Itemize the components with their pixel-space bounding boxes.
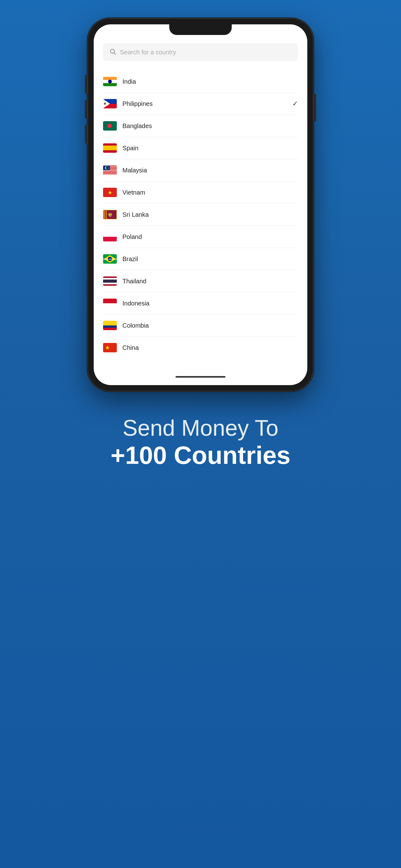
list-item[interactable]: Spain (103, 137, 298, 159)
list-item[interactable]: Banglades (103, 115, 298, 137)
list-item[interactable]: Poland (103, 226, 298, 248)
country-name: Sri Lanka (122, 211, 298, 218)
svg-rect-29 (103, 210, 105, 219)
list-item[interactable]: Indonesia (103, 292, 298, 314)
svg-text:🦁: 🦁 (107, 212, 113, 218)
bottom-section: Send Money To +100 Countries (86, 416, 315, 470)
svg-point-7 (104, 103, 106, 105)
flag-china (103, 343, 117, 352)
svg-rect-20 (103, 172, 117, 173)
screen-content: Search for a country India (94, 24, 307, 371)
svg-point-26 (106, 167, 109, 169)
svg-rect-21 (103, 173, 117, 174)
flag-bangladesh (103, 121, 117, 130)
country-name: Brazil (122, 255, 298, 263)
flag-indonesia (103, 299, 117, 308)
list-item[interactable]: ORDEM E PROGRESSO Brazil (103, 248, 298, 270)
countries-line: +100 Countries (111, 440, 290, 470)
svg-rect-22 (103, 174, 117, 174)
checkmark-icon: ✓ (292, 100, 298, 108)
search-bar[interactable]: Search for a country (103, 43, 298, 61)
list-item[interactable]: Colombia (103, 314, 298, 337)
svg-text:ORDEM E PROGRESSO: ORDEM E PROGRESSO (103, 258, 117, 260)
flag-colombia (103, 321, 117, 330)
phone-frame: Search for a country India (88, 19, 313, 391)
phone-screen: Search for a country India (94, 24, 307, 385)
country-name: Spain (122, 145, 298, 152)
country-name: China (122, 344, 298, 351)
home-indicator (94, 371, 307, 385)
list-item[interactable]: Philippines ✓ (103, 93, 298, 115)
country-name: Malaysia (122, 167, 298, 174)
list-item[interactable]: Thailand (103, 270, 298, 292)
svg-rect-17 (103, 170, 117, 171)
flag-thailand (103, 276, 117, 286)
country-name: Poland (122, 233, 298, 241)
country-name: Colombia (122, 322, 298, 329)
search-icon (109, 48, 116, 56)
list-item[interactable]: 🦁 Sri Lanka (103, 204, 298, 226)
send-money-line: Send Money To (111, 416, 290, 440)
country-name: India (122, 78, 298, 85)
flag-india (103, 77, 117, 86)
svg-rect-18 (103, 171, 117, 172)
search-placeholder: Search for a country (120, 49, 292, 56)
svg-rect-19 (103, 172, 117, 172)
phone-wrapper: Search for a country India (88, 19, 313, 391)
svg-line-1 (114, 53, 116, 54)
list-item[interactable]: Vietnam (103, 182, 298, 204)
flag-poland (103, 232, 117, 242)
flag-malaysia (103, 165, 117, 175)
svg-rect-23 (103, 174, 117, 175)
flag-vietnam (103, 188, 117, 197)
country-name: Thailand (122, 278, 298, 285)
flag-srilanka: 🦁 (103, 210, 117, 219)
country-list: India Philippines ✓ (103, 70, 298, 359)
list-item[interactable]: China (103, 337, 298, 359)
list-item[interactable]: India (103, 70, 298, 93)
flag-brazil: ORDEM E PROGRESSO (103, 254, 117, 264)
notch (169, 24, 232, 35)
country-name: Vietnam (122, 189, 298, 196)
home-bar (176, 376, 225, 378)
country-name: Banglades (122, 122, 298, 130)
flag-spain (103, 143, 117, 153)
country-name: Indonesia (122, 300, 298, 307)
list-item[interactable]: Malaysia (103, 159, 298, 182)
flag-philippines (103, 99, 117, 108)
country-name: Philippines (122, 100, 287, 107)
